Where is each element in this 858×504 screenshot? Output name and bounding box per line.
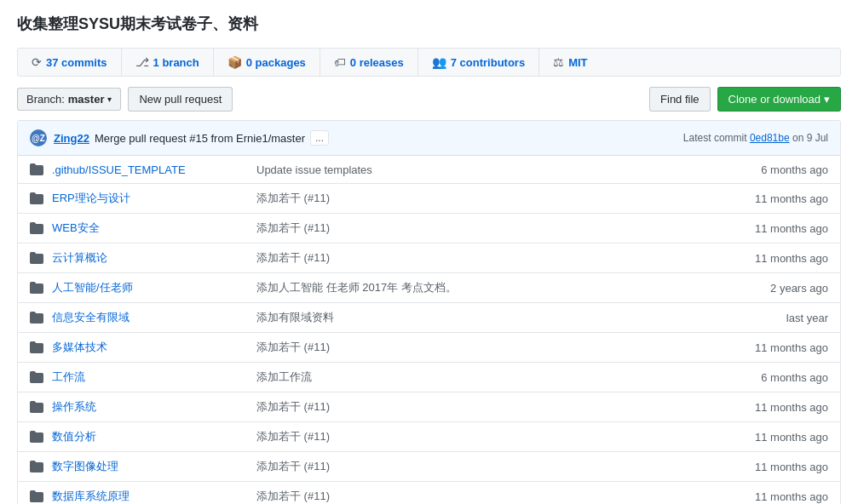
file-name: 数据库系统原理 [52,489,248,504]
file-name: .github/ISSUE_TEMPLATE [52,163,248,176]
folder-icon [30,163,43,176]
folder-icon [30,370,43,384]
find-file-button[interactable]: Find file [649,87,711,112]
table-row: 数字图像处理添加若干 (#11)11 months ago [18,452,840,482]
table-row: 信息安全有限域添加有限域资料last year [18,303,840,333]
license-label: MIT [568,56,587,69]
file-name: 工作流 [52,369,248,385]
folder-icon [30,460,43,473]
stat-releases: 🏷 0 releases [320,49,418,76]
commit-message: Merge pull request #15 from Ernie1/maste… [95,132,305,145]
file-commit-message: 添加若干 (#11) [248,429,717,444]
file-name-link[interactable]: 数据库系统原理 [52,490,130,502]
stat-license: ⚖ MIT [539,49,601,76]
license-icon: ⚖ [553,55,564,69]
stat-contributors: 👥 7 contributors [418,49,539,76]
file-name: 数值分析 [52,429,248,444]
file-name: 云计算概论 [52,250,248,266]
file-name-link[interactable]: .github/ISSUE_TEMPLATE [52,163,186,176]
folder-icon [30,251,43,265]
file-name-link[interactable]: 多媒体技术 [52,341,107,353]
table-row: 工作流添加工作流6 months ago [18,363,840,392]
file-time: 11 months ago [717,401,828,414]
file-commit-message: 添加若干 (#11) [248,399,717,415]
table-row: WEB安全添加若干 (#11)11 months ago [18,214,840,243]
new-pull-request-button[interactable]: New pull request [128,87,233,112]
file-time: 11 months ago [717,490,828,503]
file-name: WEB安全 [52,220,248,236]
stat-branches: ⎇ 1 branch [122,49,214,76]
file-name-link[interactable]: 数字图像处理 [52,460,118,472]
file-time: 6 months ago [717,371,828,384]
file-commit-message: 添加若干 (#11) [248,459,717,474]
branch-name: master [68,93,105,106]
file-time: 6 months ago [717,163,828,176]
table-row: 数据库系统原理添加若干 (#11)11 months ago [18,482,840,504]
file-name: ERP理论与设计 [52,191,248,206]
file-name: 数字图像处理 [52,459,248,474]
commit-author[interactable]: Zing22 [54,132,89,145]
file-commit-message: 添加若干 (#11) [248,250,717,266]
file-time: 11 months ago [717,431,828,444]
clone-or-download-label: Clone or download [728,93,821,106]
file-name-link[interactable]: 数值分析 [52,430,96,443]
file-name-link[interactable]: 人工智能/任老师 [52,281,133,294]
file-name-link[interactable]: 信息安全有限域 [52,311,130,324]
chevron-down-icon: ▾ [107,94,112,104]
commit-more-button[interactable]: ... [310,130,329,146]
commit-meta: Latest commit 0ed81be on 9 Jul [683,132,828,144]
packages-count: 0 packages [246,56,306,69]
file-commit-message: 添加若干 (#11) [248,340,717,355]
branch-label: Branch: [26,93,65,106]
stat-commits: ⟳ 37 commits [18,49,122,76]
file-name-link[interactable]: ERP理论与设计 [52,192,130,204]
file-rows-container: .github/ISSUE_TEMPLATEUpdate issue templ… [18,156,840,504]
folder-icon [30,221,43,235]
table-row: 云计算概论添加若干 (#11)11 months ago [18,243,840,273]
file-name: 多媒体技术 [52,340,248,355]
toolbar: Branch: master ▾ New pull request Find f… [17,87,841,120]
file-commit-message: Update issue templates [248,163,717,176]
releases-count: 0 releases [350,56,404,69]
folder-icon [30,400,43,414]
folder-icon [30,341,43,354]
chevron-down-icon: ▾ [824,93,830,106]
file-commit-message: 添加若干 (#11) [248,489,717,504]
avatar: @Z [30,129,47,146]
table-row: 数值分析添加若干 (#11)11 months ago [18,422,840,452]
file-time: 11 months ago [717,192,828,205]
contributors-icon: 👥 [432,55,446,69]
page-title: 收集整理SYSU期末考试卷子、资料 [17,14,841,34]
file-name-link[interactable]: 工作流 [52,370,85,383]
file-time: 11 months ago [717,252,828,265]
toolbar-right: Find file Clone or download ▾ [649,87,841,112]
file-time: 11 months ago [717,222,828,235]
stat-packages: 📦 0 packages [214,49,320,76]
clone-or-download-button[interactable]: Clone or download ▾ [717,87,841,112]
releases-icon: 🏷 [334,55,346,69]
commits-count: 37 commits [46,56,107,69]
folder-icon [30,490,43,503]
file-name-link[interactable]: WEB安全 [52,221,100,234]
packages-icon: 📦 [227,55,242,69]
folder-icon [30,311,43,324]
file-name: 人工智能/任老师 [52,280,248,295]
commit-hash-link[interactable]: 0ed81be [750,132,790,144]
repo-table: @Z Zing22 Merge pull request #15 from Er… [17,120,841,504]
file-commit-message: 添加人工智能 任老师 2017年 考点文档。 [248,280,717,295]
commit-info: Zing22 Merge pull request #15 from Ernie… [54,130,677,146]
file-name-link[interactable]: 操作系统 [52,400,96,413]
branches-count: 1 branch [153,56,199,69]
stats-bar: ⟳ 37 commits ⎇ 1 branch 📦 0 packages 🏷 0… [17,48,841,77]
file-commit-message: 添加工作流 [248,369,717,385]
branch-selector[interactable]: Branch: master ▾ [17,88,121,111]
table-row: ERP理论与设计添加若干 (#11)11 months ago [18,184,840,214]
file-name-link[interactable]: 云计算概论 [52,251,107,264]
branch-icon: ⎇ [135,55,149,69]
commit-bar: @Z Zing22 Merge pull request #15 from Er… [18,121,840,156]
folder-icon [30,192,43,205]
file-commit-message: 添加有限域资料 [248,310,717,325]
file-time: 11 months ago [717,341,828,354]
folder-icon [30,281,43,295]
file-commit-message: 添加若干 (#11) [248,220,717,236]
